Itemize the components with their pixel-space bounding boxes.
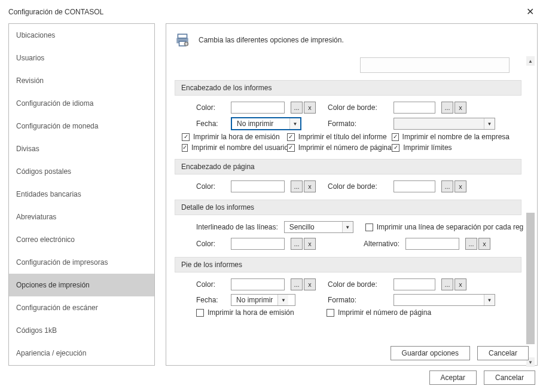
- sidebar-item-ubicaciones[interactable]: Ubicaciones: [9, 24, 154, 47]
- sidebar-item-escaner[interactable]: Configuración de escáner: [9, 296, 154, 319]
- interline-combo[interactable]: Sencillo ▼: [284, 221, 353, 233]
- check-print-time[interactable]: [182, 133, 190, 141]
- group-title-page-header: Encabezado de página: [175, 159, 521, 174]
- date-label: Fecha:: [196, 120, 225, 128]
- sidebar-item-usuarios[interactable]: Usuarios: [9, 47, 154, 69]
- sidebar-item-idioma[interactable]: Configuración de idioma: [9, 92, 154, 115]
- date-combo[interactable]: No imprimir ▼: [231, 117, 301, 130]
- sidebar-item-impresoras[interactable]: Configuración de impresoras: [9, 251, 154, 274]
- sidebar[interactable]: Ubicaciones Usuarios Revisión Configurac…: [8, 23, 155, 366]
- alt-input[interactable]: [405, 238, 459, 250]
- border-color-clear-button[interactable]: x: [455, 102, 466, 114]
- ph-border-label: Color de borde:: [328, 182, 388, 191]
- ft-border-label: Color de borde:: [328, 280, 388, 289]
- alt-label: Alternativo:: [364, 240, 399, 248]
- cancel-button[interactable]: Cancelar: [484, 370, 535, 385]
- chevron-down-icon[interactable]: ▼: [277, 295, 288, 305]
- panel-heading: Cambia las diferentes opciones de impres…: [199, 36, 344, 44]
- ft-color-label: Color:: [196, 280, 225, 289]
- ft-border-pick-button[interactable]: ...: [441, 278, 453, 290]
- check-print-user[interactable]: [182, 144, 188, 152]
- ft-border-clear-button[interactable]: x: [455, 278, 466, 290]
- scroll-thumb[interactable]: [526, 213, 535, 344]
- ph-color-input[interactable]: [231, 180, 285, 192]
- scrollbar[interactable]: ▲ ▼: [526, 56, 536, 367]
- color-label: Color:: [196, 103, 225, 112]
- format-label: Formato:: [328, 120, 388, 128]
- partial-control-above[interactable]: [360, 57, 510, 73]
- title-bar: Configuración de CONTASOL ✕: [0, 0, 546, 23]
- check-print-title[interactable]: [287, 133, 295, 141]
- color-pick-button[interactable]: ...: [291, 102, 303, 114]
- printer-icon: [175, 32, 190, 48]
- sidebar-item-revision[interactable]: Revisión: [9, 69, 154, 92]
- sidebar-item-opciones-impresion[interactable]: Opciones de impresión: [9, 274, 154, 296]
- format-combo[interactable]: ▼: [394, 118, 495, 130]
- group-title-report-header: Encabezado de los informes: [175, 80, 521, 96]
- ph-border-clear-button[interactable]: x: [455, 180, 466, 192]
- chevron-down-icon[interactable]: ▼: [484, 118, 495, 129]
- color-input[interactable]: [231, 102, 285, 114]
- sidebar-item-correo[interactable]: Correo electrónico: [9, 228, 154, 251]
- detail-color-pick-button[interactable]: ...: [291, 238, 303, 250]
- sidebar-item-apariencia[interactable]: Apariencia / ejecución: [9, 342, 154, 365]
- alt-clear-button[interactable]: x: [478, 238, 490, 250]
- save-options-button[interactable]: Guardar opciones: [391, 346, 470, 360]
- scroll-content: Encabezado de los informes Color: ... x: [175, 57, 524, 329]
- panel-cancel-button[interactable]: Cancelar: [477, 346, 529, 360]
- check-print-limits[interactable]: [392, 144, 399, 152]
- check-print-page[interactable]: [287, 144, 295, 152]
- border-color-input[interactable]: [394, 102, 435, 114]
- dialog-buttons: Aceptar Cancelar: [429, 370, 535, 385]
- sidebar-item-moneda[interactable]: Configuración de moneda: [9, 115, 154, 137]
- group-body-footer: Color: ... x Color de borde:: [175, 278, 521, 329]
- ft-date-label: Fecha:: [196, 296, 225, 304]
- scroll-up-button[interactable]: ▲: [526, 56, 535, 66]
- sidebar-item-codigos-1kb[interactable]: Códigos 1kB: [9, 319, 154, 342]
- group-title-detail: Detalle de los informes: [175, 200, 521, 215]
- ph-color-clear-button[interactable]: x: [304, 180, 316, 192]
- chevron-down-icon[interactable]: ▼: [289, 118, 300, 129]
- sidebar-item-abreviaturas[interactable]: Abreviaturas: [9, 206, 154, 228]
- detail-color-input[interactable]: [231, 238, 285, 250]
- check-print-company[interactable]: [392, 133, 398, 141]
- interline-label: Interlineado de las líneas:: [196, 223, 278, 231]
- main-panel: Cambia las diferentes opciones de impres…: [166, 23, 538, 366]
- window-title: Configuración de CONTASOL: [8, 8, 103, 16]
- ft-date-combo[interactable]: No imprimir ▼: [231, 294, 295, 306]
- close-icon[interactable]: ✕: [523, 6, 538, 17]
- config-dialog: Configuración de CONTASOL ✕ Ubicaciones …: [0, 0, 546, 392]
- sidebar-item-codigos-postales[interactable]: Códigos postales: [9, 160, 154, 183]
- ph-color-pick-button[interactable]: ...: [291, 180, 303, 192]
- alt-pick-button[interactable]: ...: [465, 238, 477, 250]
- ft-color-input[interactable]: [231, 278, 285, 290]
- chevron-down-icon[interactable]: ▼: [342, 222, 353, 232]
- group-body-detail: Interlineado de las líneas: Sencillo ▼ I…: [175, 221, 521, 257]
- chevron-down-icon[interactable]: ▼: [484, 295, 495, 305]
- ft-color-pick-button[interactable]: ...: [291, 278, 303, 290]
- detail-color-clear-button[interactable]: x: [304, 238, 316, 250]
- sidebar-item-divisas[interactable]: Divisas: [9, 137, 154, 160]
- content-area: Ubicaciones Usuarios Revisión Configurac…: [0, 23, 546, 366]
- accept-button[interactable]: Aceptar: [429, 370, 477, 385]
- ft-color-clear-button[interactable]: x: [304, 278, 316, 290]
- ft-format-label: Formato:: [328, 296, 388, 304]
- border-color-pick-button[interactable]: ...: [441, 102, 453, 114]
- ft-format-combo[interactable]: ▼: [394, 294, 495, 306]
- group-body-page-header: Color: ... x Color de borde:: [175, 180, 521, 200]
- svg-rect-0: [178, 34, 187, 38]
- sidebar-item-entidades[interactable]: Entidades bancarias: [9, 183, 154, 206]
- detail-color-label: Color:: [196, 240, 225, 248]
- ft-border-input[interactable]: [394, 278, 435, 290]
- ph-border-input[interactable]: [394, 180, 435, 192]
- panel-header: Cambia las diferentes opciones de impres…: [166, 24, 537, 54]
- scroll-viewport: Encabezado de los informes Color: ... x: [175, 54, 524, 341]
- panel-buttons: Guardar opciones Cancelar: [391, 346, 529, 360]
- ph-border-pick-button[interactable]: ...: [441, 180, 453, 192]
- ph-color-label: Color:: [196, 182, 225, 191]
- check-separator-line[interactable]: [365, 223, 373, 231]
- check-ft-print-time[interactable]: [196, 309, 204, 317]
- group-body-report-header: Color: ... x Color de borde:: [175, 102, 521, 159]
- color-clear-button[interactable]: x: [304, 102, 316, 114]
- check-ft-print-page[interactable]: [327, 309, 334, 317]
